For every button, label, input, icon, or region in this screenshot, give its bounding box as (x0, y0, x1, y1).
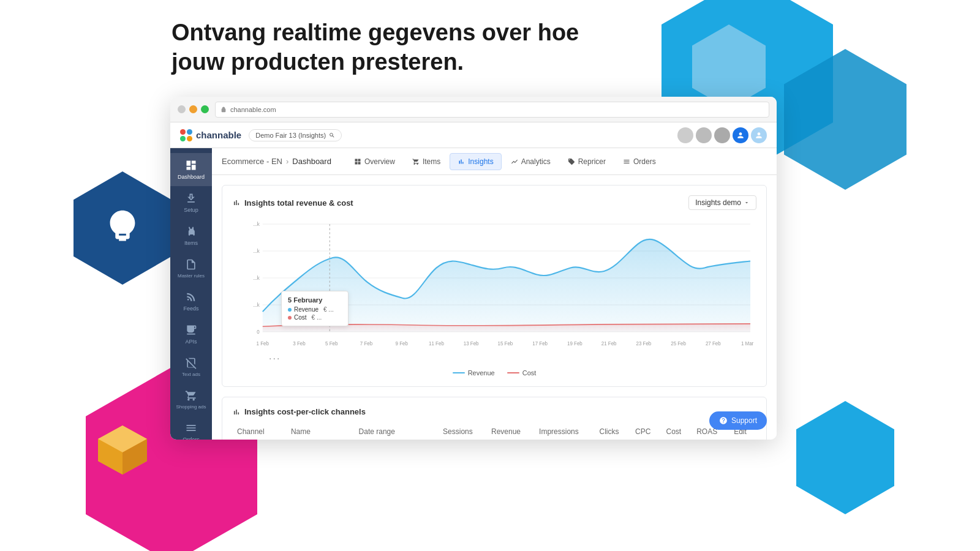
lock-icon (221, 107, 227, 113)
support-button[interactable]: Support (709, 411, 767, 430)
channable-logo: channable (180, 129, 241, 141)
tab-insights[interactable]: Insights (450, 153, 501, 170)
svg-text:1 Feb: 1 Feb (257, 340, 270, 347)
legend-revenue-dot (453, 372, 465, 373)
main-content: Ecommerce - EN › Dashboard Overview Item… (212, 148, 777, 440)
hex-lightbulb (74, 171, 172, 285)
masterrules-icon (185, 258, 197, 271)
sidebar-label-apis: APIs (185, 339, 197, 345)
sidebar-item-setup[interactable]: Setup (170, 186, 212, 219)
insights-icon (458, 158, 465, 165)
gold-cube (95, 422, 150, 478)
hex-decoration-4 (796, 401, 894, 514)
tab-repricer[interactable]: Repricer (560, 153, 614, 170)
tab-analytics[interactable]: Analytics (503, 153, 559, 170)
heading-line1: Ontvang realtime gegevens over hoe (172, 20, 579, 45)
table-title-icon (232, 408, 241, 416)
col-cost: Cost (662, 424, 692, 440)
svg-text:21 Feb: 21 Feb (601, 340, 617, 347)
chart-title-text: Insights total revenue & cost (244, 198, 353, 208)
sidebar-item-apis[interactable]: APIs (170, 318, 212, 351)
address-bar[interactable]: channable.com (215, 102, 769, 118)
svg-text:9 Feb: 9 Feb (396, 340, 409, 347)
user-icons (677, 127, 767, 143)
logo-icon (180, 129, 192, 141)
tooltip-cost-row: Cost € ... (288, 314, 342, 321)
dashboard-icon (185, 159, 197, 171)
tab-overview[interactable]: Overview (346, 153, 403, 170)
browser-window: channable.com channable Demo Fair 13 (In… (170, 97, 777, 440)
analytics-icon (511, 158, 518, 165)
tooltip-cost-value: € ... (312, 314, 322, 321)
tooltip-revenue-row: Revenue € ... (288, 306, 342, 313)
support-icon (719, 416, 728, 425)
breadcrumb-part1: Ecommerce - EN (222, 157, 282, 166)
table-title: Insights cost-per-click channels (232, 407, 756, 416)
items-tab-icon (412, 158, 420, 165)
col-clicks: Clicks (595, 424, 631, 440)
hex-decoration-5 (784, 49, 907, 190)
logo-dot-green (180, 136, 186, 141)
svg-text:19 Feb: 19 Feb (567, 340, 582, 347)
chart-title: Insights total revenue & cost (232, 198, 353, 208)
svg-text:7 Feb: 7 Feb (360, 340, 373, 347)
search-pill[interactable]: Demo Fair 13 (Insights) (249, 129, 342, 141)
overview-icon (354, 158, 361, 165)
tooltip-revenue-label: Revenue (294, 306, 318, 313)
close-dot (178, 105, 186, 113)
tab-items[interactable]: Items (404, 153, 448, 170)
orders-icon (185, 422, 197, 434)
user-circle-3 (714, 127, 730, 143)
user-circle-2 (696, 127, 712, 143)
sidebar: Dashboard Setup Items Master rules Feeds… (170, 148, 212, 440)
sidebar-label-shoppingads: Shopping ads (176, 404, 206, 410)
sidebar-item-dashboard[interactable]: Dashboard (170, 153, 212, 186)
search-icon (329, 132, 335, 138)
shoppingads-icon (185, 389, 197, 402)
svg-text:25 Feb: 25 Feb (671, 340, 686, 347)
svg-text:13 Feb: 13 Feb (464, 340, 479, 347)
cpc-table-section: Insights cost-per-click channels Channel… (222, 397, 767, 440)
svg-text:...k: ...k (253, 248, 260, 254)
svg-marker-0 (98, 425, 147, 474)
tooltip-cost-label: Cost (294, 314, 307, 321)
sidebar-item-masterrules[interactable]: Master rules (170, 252, 212, 285)
chart-wrapper: 1 Feb 3 Feb 5 Feb 7 Feb 9 Feb 11 Feb 13 … (232, 217, 756, 352)
svg-text:23 Feb: 23 Feb (636, 340, 651, 347)
svg-marker-1 (98, 425, 147, 452)
svg-text:1 Mar: 1 Mar (741, 340, 754, 347)
sidebar-item-feeds[interactable]: Feeds (170, 285, 212, 318)
legend-cost-label: Cost (522, 369, 537, 377)
sidebar-item-orders[interactable]: Orders (170, 416, 212, 440)
tooltip-revenue-dot (288, 308, 292, 312)
tooltip-revenue-value: € ... (323, 306, 334, 313)
browser-control-dots (178, 105, 209, 113)
logo-text: channable (196, 130, 241, 140)
search-pill-text: Demo Fair 13 (Insights) (255, 132, 326, 139)
sidebar-item-textads[interactable]: Text ads (170, 351, 212, 383)
minimize-dot (189, 105, 197, 113)
legend-cost-dot (507, 372, 519, 373)
orders-tab-icon (623, 158, 630, 165)
col-impressions: Impressions (534, 424, 594, 440)
svg-text:27 Feb: 27 Feb (706, 340, 721, 347)
sidebar-item-shoppingads[interactable]: Shopping ads (170, 383, 212, 416)
revenue-chart-section: Insights total revenue & cost Insights d… (222, 185, 767, 387)
content-area: Insights total revenue & cost Insights d… (212, 175, 777, 440)
svg-text:15 Feb: 15 Feb (498, 340, 513, 347)
sidebar-item-items[interactable]: Items (170, 219, 212, 252)
col-sessions: Sessions (438, 424, 486, 440)
svg-text:11 Feb: 11 Feb (429, 340, 444, 347)
chart-dropdown[interactable]: Insights demo (688, 195, 756, 210)
items-icon (185, 225, 197, 238)
user-icon-2 (755, 131, 763, 140)
chart-title-icon (232, 198, 241, 207)
svg-marker-2 (123, 439, 147, 474)
chart-more-icon[interactable]: ··· (232, 353, 756, 364)
tab-orders[interactable]: Orders (615, 153, 664, 170)
user-avatar-blue (733, 127, 748, 143)
chart-dropdown-label: Insights demo (695, 198, 741, 207)
url-text: channable.com (230, 106, 276, 113)
user-avatar-light (751, 127, 767, 143)
svg-text:...k: ...k (253, 302, 260, 308)
